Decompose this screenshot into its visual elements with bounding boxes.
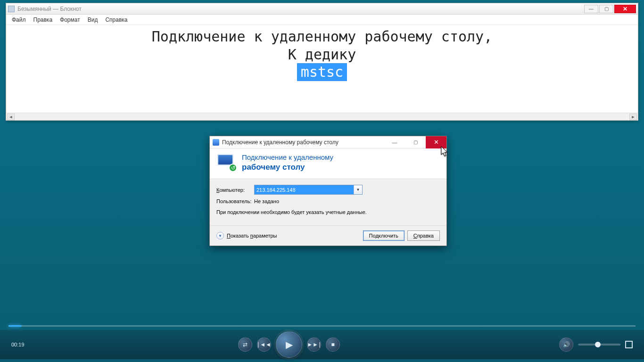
fullscreen-button[interactable] [625, 341, 633, 348]
help-button[interactable]: СправкаСправка [407, 230, 440, 241]
notepad-line-2: К дедику [12, 46, 632, 64]
notepad-title: Безымянный — Блокнот [17, 6, 82, 12]
user-label: Пользователь: [216, 198, 254, 204]
rdp-dialog: Подключение к удаленному рабочему столу … [209, 136, 447, 246]
next-button[interactable]: ►►∣ [307, 337, 321, 352]
notepad-scrollbar-horizontal[interactable]: ◄ ► [6, 113, 638, 120]
notepad-textarea[interactable]: Подключение к удаленному рабочему столу,… [6, 25, 638, 113]
user-value: Не задано [254, 198, 279, 204]
rdp-connect-badge-icon: ↺ [229, 164, 237, 172]
seek-progress [8, 325, 21, 327]
computer-combo[interactable]: 213.184.225.148 ▼ [254, 185, 363, 195]
rdp-titlebar[interactable]: Подключение к удаленному рабочему столу [210, 136, 446, 148]
chevron-down-icon[interactable]: ▼ [354, 185, 362, 194]
notepad-icon [8, 6, 15, 12]
mute-button[interactable]: 🔊 [559, 337, 573, 352]
rdp-minimize-button[interactable] [384, 136, 405, 148]
rdp-close-button[interactable] [426, 136, 446, 148]
menu-view[interactable]: Вид [85, 16, 101, 24]
chevron-down-icon: ▼ [216, 232, 224, 239]
credentials-note: При подключении необходимо будет указать… [216, 209, 440, 216]
notepad-line-3: mstsc [12, 63, 632, 81]
show-options-toggle[interactable]: ▼ Показать параметры Показать параметры [216, 232, 277, 239]
menu-file[interactable]: Файл [9, 16, 29, 24]
maximize-button[interactable]: ▢ [599, 5, 613, 13]
notepad-titlebar[interactable]: Безымянный — Блокнот — ▢ ✕ [6, 3, 638, 15]
rdp-monitor-icon: ↺ [216, 153, 237, 172]
scroll-left-icon[interactable]: ◄ [7, 114, 15, 120]
minimize-button[interactable]: — [584, 5, 598, 13]
playback-time: 00:19 [0, 342, 57, 347]
rdp-window-title: Подключение к удаленному рабочему столу [222, 139, 339, 146]
close-button[interactable]: ✕ [614, 5, 636, 13]
rdp-header: ↺ Подключение к удаленному рабочему стол… [210, 148, 446, 179]
notepad-selection: mstsc [297, 63, 347, 81]
connect-button[interactable]: Подключить [363, 230, 405, 241]
stop-button[interactable]: ■ [326, 337, 340, 352]
menu-help[interactable]: Справка [102, 16, 130, 24]
volume-knob[interactable] [595, 342, 601, 347]
rdp-header-line1: Подключение к удаленному [242, 153, 333, 162]
seek-bar[interactable] [8, 325, 636, 327]
media-player-bar: 00:19 ⇄ ∣◄◄ ▶ ►►∣ ■ 🔊 [0, 325, 644, 362]
menu-edit[interactable]: Правка [31, 16, 56, 24]
notepad-line-1: Подключение к удаленному рабочему столу, [12, 28, 632, 46]
computer-label: ККомпьютер:омпьютер: [216, 187, 254, 193]
menu-format[interactable]: Формат [57, 16, 83, 24]
rdp-header-line2: рабочему столу [242, 163, 305, 172]
rdp-app-icon [213, 139, 219, 146]
shuffle-button[interactable]: ⇄ [238, 337, 252, 352]
computer-value[interactable]: 213.184.225.148 [255, 185, 354, 194]
scroll-right-icon[interactable]: ► [629, 114, 637, 120]
notepad-menubar: Файл Правка Формат Вид Справка [6, 15, 638, 25]
play-button[interactable]: ▶ [276, 331, 302, 358]
show-options-label: Показать параметры [227, 233, 277, 239]
volume-slider[interactable] [578, 344, 620, 346]
prev-button[interactable]: ∣◄◄ [257, 337, 271, 352]
rdp-maximize-button[interactable] [405, 136, 426, 148]
notepad-window: Безымянный — Блокнот — ▢ ✕ Файл Правка Ф… [6, 3, 638, 121]
